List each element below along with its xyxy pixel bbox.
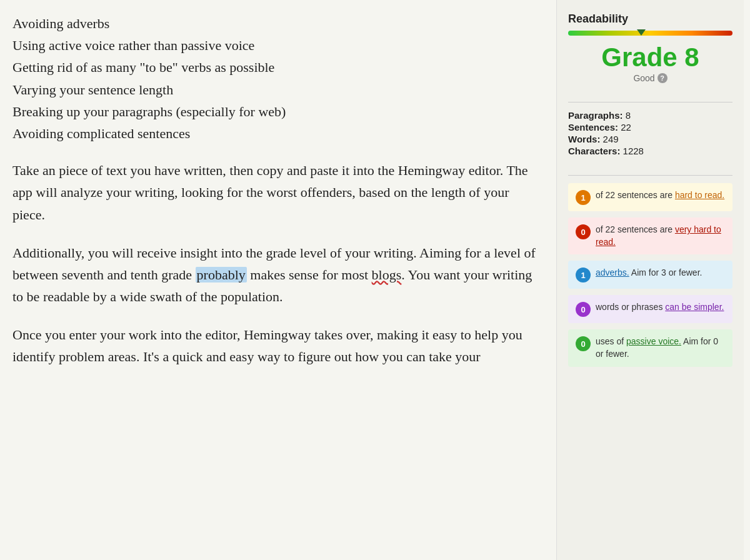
- badge-very-hard-to-read: 0: [576, 224, 591, 239]
- paragraph-3: Once you enter your work into the editor…: [12, 324, 538, 368]
- readability-arrow-indicator: [637, 29, 646, 36]
- help-icon[interactable]: ?: [658, 73, 668, 83]
- metric-text-hard-to-read: of 22 sentences are hard to read.: [596, 189, 724, 202]
- metric-text-adverbs: adverbs. Aim for 3 or fewer.: [596, 267, 702, 279]
- badge-simpler: 0: [576, 302, 591, 317]
- paragraph-2-middle: makes sense for most: [247, 267, 372, 282]
- readability-bar: [568, 31, 732, 36]
- link-adverbs[interactable]: adverbs.: [596, 268, 629, 278]
- stat-sentences: Sentences: 22: [568, 122, 732, 132]
- metric-simpler: 0 words or phrases can be simpler.: [568, 295, 732, 323]
- badge-hard-to-read: 1: [576, 190, 591, 205]
- link-passive-voice[interactable]: passive voice.: [626, 336, 681, 346]
- list-item: Avoiding complicated sentences: [12, 122, 538, 144]
- main-content: Avoiding adverbs Using active voice rath…: [0, 0, 556, 560]
- metric-adverbs: 1 adverbs. Aim for 3 or fewer.: [568, 261, 732, 289]
- metric-passive-voice: 0 uses of passive voice. Aim for 0 or fe…: [568, 329, 732, 366]
- stats-section: Paragraphs: 8 Sentences: 22 Words: 249 C…: [568, 110, 732, 158]
- list-item: Using active voice rather than passive v…: [12, 34, 538, 56]
- list-item: Avoiding adverbs: [12, 12, 538, 34]
- metric-very-hard-to-read: 0 of 22 sentences are very hard to read.: [568, 218, 732, 254]
- divider-2: [568, 175, 732, 176]
- badge-adverbs: 1: [576, 268, 591, 282]
- stat-paragraphs: Paragraphs: 8: [568, 110, 732, 121]
- readability-section: Readability Grade 8 Good ?: [568, 12, 732, 83]
- list-item: Varying your sentence length: [12, 79, 538, 101]
- readability-bar-container: [568, 31, 732, 39]
- stat-characters: Characters: 1228: [568, 146, 732, 156]
- readability-title: Readability: [568, 12, 732, 26]
- metric-text-passive-voice: uses of passive voice. Aim for 0 or fewe…: [596, 336, 725, 360]
- stat-words: Words: 249: [568, 134, 732, 144]
- divider-1: [568, 102, 732, 102]
- metric-hard-to-read: 1 of 22 sentences are hard to read.: [568, 183, 732, 211]
- grade-display: Grade 8: [568, 43, 732, 72]
- probably-highlight: probably: [196, 267, 247, 282]
- metric-text-simpler: words or phrases can be simpler.: [596, 301, 724, 314]
- metric-text-very-hard-to-read: of 22 sentences are very hard to read.: [596, 224, 725, 248]
- paragraph-2: Additionally, you will receive insight i…: [12, 242, 538, 308]
- blogs-underline: blogs: [372, 267, 402, 282]
- paragraph-1: Take an piece of text you have written, …: [12, 159, 538, 226]
- link-hard-to-read[interactable]: hard to read.: [675, 190, 724, 200]
- grade-sublabel: Good ?: [568, 73, 732, 83]
- sidebar: Readability Grade 8 Good ? Paragraphs: 8…: [556, 0, 744, 560]
- list-item: Breaking up your paragraphs (especially …: [12, 101, 538, 122]
- badge-passive-voice: 0: [576, 336, 591, 351]
- list-item: Getting rid of as many "to be" verbs as …: [12, 56, 538, 78]
- bullet-list: Avoiding adverbs Using active voice rath…: [12, 12, 538, 144]
- link-simpler[interactable]: can be simpler.: [665, 302, 724, 312]
